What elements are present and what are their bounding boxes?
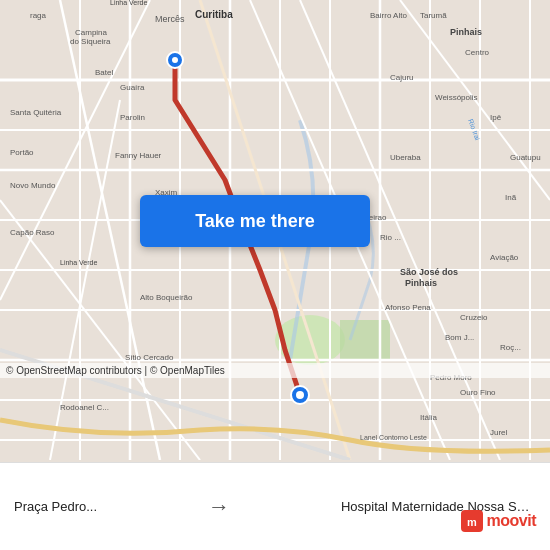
svg-text:Pinhais: Pinhais [405,278,437,288]
svg-text:Campina: Campina [75,28,108,37]
svg-text:Guaíra: Guaíra [120,83,145,92]
svg-text:Tarumã: Tarumã [420,11,447,20]
svg-text:Fanny Hauer: Fanny Hauer [115,151,162,160]
svg-text:Roç...: Roç... [500,343,521,352]
svg-text:m: m [467,516,477,528]
svg-text:Aviação: Aviação [490,253,519,262]
svg-text:Jurel: Jurel [490,428,508,437]
svg-text:Bom J...: Bom J... [445,333,474,342]
svg-text:do Siqueira: do Siqueira [70,37,111,46]
svg-text:Bairro Alto: Bairro Alto [370,11,407,20]
svg-text:Afonso Pena: Afonso Pena [385,303,431,312]
map-container: Mercês Curitiba Campina do Siqueira raga… [0,0,550,460]
svg-point-78 [296,391,304,399]
svg-text:Novo Mundo: Novo Mundo [10,181,56,190]
svg-text:Parolin: Parolin [120,113,145,122]
svg-text:Linha Verde: Linha Verde [110,0,147,6]
svg-text:São José dos: São José dos [400,267,458,277]
svg-text:Santa Quitéria: Santa Quitéria [10,108,62,117]
svg-text:Rio ...: Rio ... [380,233,401,242]
route-arrow-icon: → [208,494,230,520]
svg-text:Cruzeio: Cruzeio [460,313,488,322]
route-origin: Praça Pedro... [14,499,97,514]
svg-rect-2 [340,320,390,360]
svg-text:Uberaba: Uberaba [390,153,421,162]
svg-text:Pinhais: Pinhais [450,27,482,37]
svg-text:Portão: Portão [10,148,34,157]
svg-text:Batel: Batel [95,68,113,77]
svg-text:Capão Raso: Capão Raso [10,228,55,237]
svg-text:Lanel Contorno Leste: Lanel Contorno Leste [360,434,427,441]
origin-name: Praça Pedro... [14,499,97,514]
moovit-logo: m moovit [461,510,536,532]
svg-text:Sítio Cercado: Sítio Cercado [125,353,174,362]
take-me-there-button[interactable]: Take me there [140,195,370,247]
svg-text:Itália: Itália [420,413,437,422]
svg-text:Rodoanel C...: Rodoanel C... [60,403,109,412]
svg-point-76 [172,57,178,63]
moovit-icon: m [461,510,483,532]
svg-text:Inã: Inã [505,193,517,202]
svg-text:Weissópolis: Weissópolis [435,93,478,102]
moovit-brand-text: moovit [487,512,536,530]
svg-text:Alto Boqueirão: Alto Boqueirão [140,293,193,302]
svg-text:Centro: Centro [465,48,490,57]
attribution-text: © OpenStreetMap contributors | © OpenMap… [0,363,550,378]
svg-text:Curitiba: Curitiba [195,9,233,20]
svg-text:Guatupu: Guatupu [510,153,541,162]
svg-text:Cajuru: Cajuru [390,73,414,82]
svg-text:Mercês: Mercês [155,14,185,24]
svg-text:Linha Verde: Linha Verde [60,259,97,266]
svg-text:Ipê: Ipê [490,113,502,122]
bottom-bar: Praça Pedro... → Hospital Maternidade No… [0,462,550,550]
svg-text:raga: raga [30,11,47,20]
svg-text:Ouro Fino: Ouro Fino [460,388,496,397]
